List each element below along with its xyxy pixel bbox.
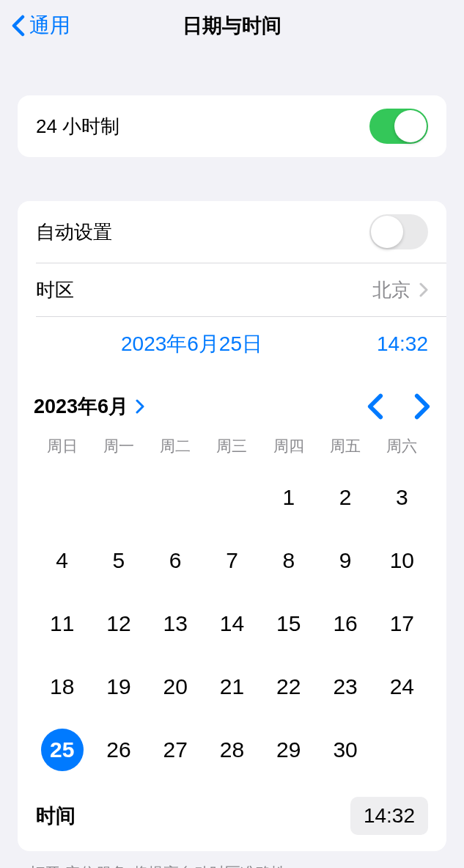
back-label: 通用 [29,12,70,40]
day-cell[interactable]: 28 [204,729,260,770]
auto-set-toggle[interactable] [369,214,428,249]
weekday-header: 周三 [204,436,260,456]
weekday-header: 周五 [317,436,373,456]
day-cell[interactable]: 19 [90,666,147,707]
day-cell[interactable]: 22 [260,666,317,707]
weekday-header: 周一 [90,436,147,456]
day-cell[interactable]: 2 [317,477,373,518]
day-cell[interactable]: 13 [147,603,204,644]
day-cell[interactable]: 17 [374,603,430,644]
time-label: 时间 [36,803,76,829]
day-cell[interactable]: 5 [90,540,147,581]
month-selector[interactable]: 2023年6月 [34,393,144,420]
chevron-left-icon [12,15,25,37]
day-cell[interactable]: 14 [204,603,260,644]
day-cell[interactable]: 27 [147,729,204,770]
day-cell[interactable]: 26 [90,729,147,770]
day-cell[interactable]: 7 [204,540,260,581]
timezone-value: 北京 [372,277,410,303]
day-cell[interactable]: 24 [374,666,430,707]
day-empty [90,477,147,518]
month-label: 2023年6月 [34,393,128,420]
twentyfour-hour-toggle[interactable] [369,109,428,144]
timezone-row[interactable]: 时区 北京 [18,263,446,316]
weekday-header: 周四 [260,436,317,456]
next-month-button[interactable] [414,393,430,420]
weekday-header: 周日 [34,436,90,456]
day-cell[interactable]: 18 [34,666,90,707]
time-picker[interactable]: 14:32 [350,797,428,835]
day-cell[interactable]: 4 [34,540,90,581]
day-cell[interactable]: 16 [317,603,373,644]
day-cell[interactable]: 9 [317,540,373,581]
day-cell[interactable]: 15 [260,603,317,644]
day-cell[interactable]: 23 [317,666,373,707]
page-title: 日期与时间 [183,12,281,39]
day-cell[interactable]: 29 [260,729,317,770]
timezone-label: 时区 [36,277,74,303]
chevron-right-icon [136,399,144,414]
day-empty [204,477,260,518]
day-cell[interactable]: 30 [317,729,373,770]
auto-set-label: 自动设置 [36,219,112,245]
weekday-header: 周六 [374,436,430,456]
current-time[interactable]: 14:32 [347,332,428,356]
day-cell[interactable]: 20 [147,666,204,707]
twentyfour-hour-label: 24 小时制 [36,114,119,139]
day-empty [34,477,90,518]
day-cell[interactable]: 21 [204,666,260,707]
day-cell[interactable]: 11 [34,603,90,644]
back-button[interactable]: 通用 [12,12,70,40]
day-cell[interactable]: 1 [260,477,317,518]
day-cell[interactable]: 6 [147,540,204,581]
footer-hint: 打开"定位服务"将提高自动时区准确性。 [0,851,464,868]
day-cell[interactable]: 3 [374,477,430,518]
prev-month-button[interactable] [367,393,383,420]
day-empty [147,477,204,518]
day-cell[interactable]: 12 [90,603,147,644]
weekday-header: 周二 [147,436,204,456]
day-cell[interactable]: 8 [260,540,317,581]
day-cell[interactable]: 25 [34,729,90,770]
current-date[interactable]: 2023年6月25日 [36,330,347,358]
day-cell[interactable]: 10 [374,540,430,581]
chevron-right-icon [419,282,428,297]
